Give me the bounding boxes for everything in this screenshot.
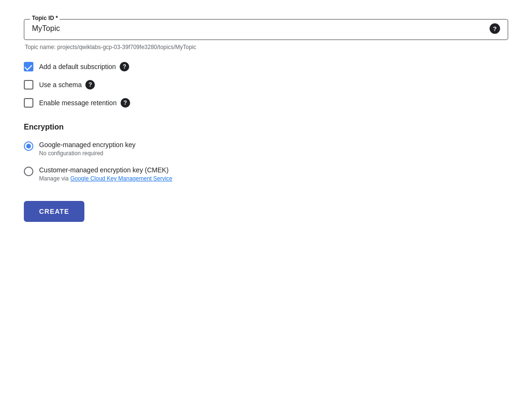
checkbox-label-use-schema: Use a schema ? bbox=[39, 80, 95, 90]
use-schema-help-icon[interactable]: ? bbox=[85, 80, 95, 90]
topic-id-field-group: Topic ID * ? bbox=[24, 19, 508, 40]
radio-group: Google-managed encryption key No configu… bbox=[24, 141, 508, 182]
kms-link[interactable]: Google Cloud Key Management Service bbox=[70, 175, 172, 182]
page-container: Topic ID * ? Topic name: projects/qwikla… bbox=[0, 0, 532, 241]
checkbox-enable-retention[interactable] bbox=[24, 98, 33, 108]
radio-content-google-managed: Google-managed encryption key No configu… bbox=[39, 141, 135, 157]
topic-name-hint: Topic name: projects/qwiklabs-gcp-03-39f… bbox=[25, 44, 508, 50]
checkbox-label-add-subscription: Add a default subscription ? bbox=[39, 62, 129, 71]
checkbox-group: Add a default subscription ? Use a schem… bbox=[24, 62, 508, 108]
checkbox-label-enable-retention: Enable message retention ? bbox=[39, 98, 130, 108]
encryption-title: Encryption bbox=[24, 123, 508, 131]
radio-sublabel-google-managed: No configuration required bbox=[39, 150, 135, 157]
radio-label-customer-managed: Customer-managed encryption key (CMEK) bbox=[39, 166, 173, 174]
add-subscription-help-icon[interactable]: ? bbox=[120, 62, 129, 71]
radio-content-customer-managed: Customer-managed encryption key (CMEK) M… bbox=[39, 166, 173, 182]
radio-sublabel-customer-managed: Manage via Google Cloud Key Management S… bbox=[39, 175, 173, 182]
radio-row-google-managed: Google-managed encryption key No configu… bbox=[24, 141, 508, 157]
radio-row-customer-managed: Customer-managed encryption key (CMEK) M… bbox=[24, 166, 508, 182]
create-button[interactable]: CREATE bbox=[24, 201, 84, 222]
radio-google-managed[interactable] bbox=[24, 141, 33, 151]
topic-id-label: Topic ID * bbox=[30, 15, 60, 21]
checkbox-use-schema[interactable] bbox=[24, 80, 33, 90]
topic-id-input-row: ? bbox=[32, 23, 500, 34]
checkbox-row-use-schema: Use a schema ? bbox=[24, 80, 508, 90]
topic-id-help-icon[interactable]: ? bbox=[490, 23, 500, 34]
radio-customer-managed[interactable] bbox=[24, 167, 33, 176]
checkbox-add-subscription[interactable] bbox=[24, 62, 33, 71]
radio-label-google-managed: Google-managed encryption key bbox=[39, 141, 135, 149]
checkbox-row-add-subscription: Add a default subscription ? bbox=[24, 62, 508, 71]
enable-retention-help-icon[interactable]: ? bbox=[121, 98, 130, 108]
topic-id-input[interactable] bbox=[32, 24, 490, 33]
checkbox-row-enable-retention: Enable message retention ? bbox=[24, 98, 508, 108]
encryption-section: Encryption Google-managed encryption key… bbox=[24, 123, 508, 182]
